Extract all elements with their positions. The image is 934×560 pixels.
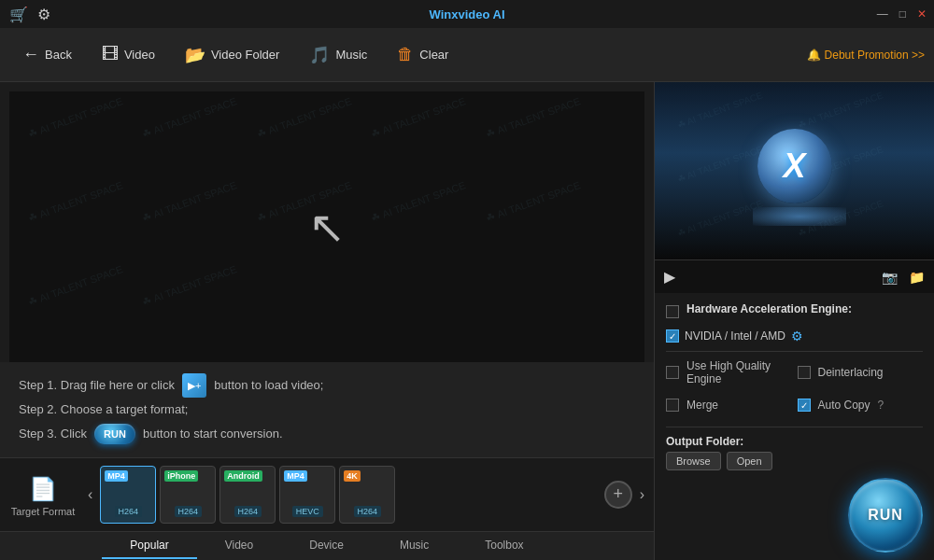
- video-controls: ▶ 📷 📁: [655, 259, 934, 293]
- deinterlacing-row: Deinterlacing: [798, 359, 924, 385]
- auto-copy-checkbox[interactable]: [798, 399, 811, 412]
- hw-accel-label: Hardware Acceleration Engine:: [686, 302, 852, 315]
- format-sublabel-h264-3: H264: [234, 506, 262, 517]
- nvidia-label: NVIDIA / Intel / AMD: [685, 329, 785, 343]
- format-item-iphone[interactable]: iPhone H264: [160, 466, 216, 524]
- video-button[interactable]: 🎞 Video: [89, 39, 168, 70]
- bell-icon: 🔔: [807, 49, 821, 62]
- close-button[interactable]: ✕: [917, 7, 927, 21]
- high-quality-label: Use High Quality Engine: [686, 359, 792, 385]
- back-icon: ←: [22, 45, 39, 64]
- video-icon: 🎞: [102, 45, 119, 64]
- tab-music[interactable]: Music: [372, 533, 457, 559]
- high-quality-checkbox[interactable]: [666, 366, 679, 379]
- options-two-col: Use High Quality Engine Deinterlacing Me…: [666, 359, 923, 419]
- open-button[interactable]: Open: [727, 452, 772, 470]
- hw-accel-checkbox[interactable]: [666, 305, 679, 318]
- settings-icon[interactable]: ⚙: [37, 6, 50, 23]
- format-tabs: Popular Video Device Music Toolbox: [0, 531, 654, 560]
- format-badge-mp4-2: MP4: [284, 470, 307, 482]
- nvidia-row: NVIDIA / Intel / AMD ⚙: [666, 329, 923, 343]
- clear-icon: 🗑: [397, 45, 414, 64]
- deinterlacing-label: Deinterlacing: [818, 366, 884, 379]
- toolbar: ← Back 🎞 Video 📂 Video Folder 🎵 Music 🗑 …: [0, 28, 934, 82]
- high-quality-row: Use High Quality Engine: [666, 359, 792, 385]
- step1-row: Step 1. Drag file here or click ▶+ butto…: [19, 373, 635, 398]
- format-sublabel-h264-2: H264: [175, 506, 203, 517]
- merge-label: Merge: [686, 399, 718, 412]
- open-folder-icon[interactable]: 📁: [909, 270, 925, 285]
- step3-row: Step 3. Click RUN button to start conver…: [19, 422, 635, 446]
- deinterlacing-checkbox[interactable]: [798, 366, 811, 379]
- folder-btn-row: Browse Open: [666, 452, 923, 470]
- merge-row: Merge: [666, 399, 792, 412]
- format-sublabel-h264-4: H264: [354, 506, 382, 517]
- format-bar: 📄 Target Format ‹ MP4 H264 iPhone H264 A…: [0, 457, 654, 531]
- app-logo: X: [753, 129, 837, 213]
- format-item-android[interactable]: Android H264: [219, 466, 276, 524]
- divider-1: [666, 351, 923, 352]
- back-button[interactable]: ← Back: [9, 39, 85, 70]
- load-video-icon[interactable]: ▶+: [182, 373, 206, 398]
- music-icon: 🎵: [309, 45, 330, 65]
- app-title: Winxvideo AI: [429, 7, 504, 21]
- format-item-mp4-hevc[interactable]: MP4 HEVC: [279, 466, 335, 524]
- right-panel: ☘ AI TALENT SPACE ☘ AI TALENT SPACE ☘ AI…: [654, 82, 934, 560]
- auto-copy-help-icon[interactable]: ?: [878, 399, 884, 412]
- cart-icon[interactable]: 🛒: [9, 6, 28, 23]
- format-items: MP4 H264 iPhone H264 Android H264 MP4 HE…: [100, 466, 600, 524]
- hw-accel-row: Hardware Acceleration Engine:: [666, 302, 923, 321]
- music-button[interactable]: 🎵 Music: [296, 39, 380, 71]
- tab-video[interactable]: Video: [197, 533, 281, 559]
- cursor-icon: ↖: [308, 201, 346, 253]
- gear-icon[interactable]: ⚙: [791, 329, 803, 343]
- doc-icon: 📄: [29, 476, 57, 502]
- tab-popular[interactable]: Popular: [102, 533, 196, 559]
- browse-button[interactable]: Browse: [666, 452, 721, 470]
- merge-checkbox[interactable]: [666, 399, 679, 412]
- auto-copy-label: Auto Copy: [818, 399, 870, 412]
- format-badge-iphone: iPhone: [164, 470, 198, 482]
- video-preview[interactable]: ☘ AI TALENT SPACE ☘ AI TALENT SPACE ☘ AI…: [9, 91, 644, 362]
- format-sublabel-hevc: HEVC: [292, 506, 323, 517]
- step2-row: Step 2. Choose a target format;: [19, 398, 635, 422]
- video-folder-icon: 📂: [185, 45, 205, 65]
- run-button-area: RUN: [655, 470, 934, 560]
- format-sublabel-h264-1: H264: [115, 506, 143, 517]
- output-folder-label: Output Folder:: [666, 435, 923, 448]
- promo-link[interactable]: 🔔 Debut Promotion >>: [807, 49, 925, 62]
- options-panel: Hardware Acceleration Engine: NVIDIA / I…: [655, 293, 934, 470]
- main-area: ☘ AI TALENT SPACE ☘ AI TALENT SPACE ☘ AI…: [0, 82, 934, 560]
- divider-2: [666, 427, 923, 427]
- clear-button[interactable]: 🗑 Clear: [384, 39, 461, 70]
- snapshot-icon[interactable]: 📷: [882, 270, 898, 285]
- add-format-button[interactable]: +: [604, 481, 632, 509]
- run-inline-button[interactable]: RUN: [94, 424, 135, 444]
- auto-copy-row: Auto Copy ?: [798, 399, 924, 412]
- format-badge-mp4: MP4: [105, 470, 128, 482]
- nvidia-checkbox[interactable]: [666, 329, 679, 343]
- title-bar: 🛒 ⚙ Winxvideo AI — □ ✕: [0, 0, 934, 28]
- video-thumbnail: ☘ AI TALENT SPACE ☘ AI TALENT SPACE ☘ AI…: [655, 82, 934, 259]
- format-item-4k[interactable]: 4K H264: [339, 466, 395, 524]
- minimize-button[interactable]: —: [877, 7, 888, 21]
- left-panel: ☘ AI TALENT SPACE ☘ AI TALENT SPACE ☘ AI…: [0, 82, 654, 560]
- format-nav-right[interactable]: ›: [636, 483, 648, 507]
- play-button[interactable]: ▶: [664, 268, 675, 286]
- video-folder-button[interactable]: 📂 Video Folder: [172, 39, 292, 71]
- format-badge-android: Android: [224, 470, 262, 482]
- steps-area: Step 1. Drag file here or click ▶+ butto…: [0, 362, 654, 457]
- tab-toolbox[interactable]: Toolbox: [457, 533, 551, 559]
- format-badge-4k: 4K: [344, 470, 361, 482]
- maximize-button[interactable]: □: [899, 7, 906, 21]
- format-item-mp4-h264[interactable]: MP4 H264: [100, 466, 156, 524]
- target-format-label: 📄 Target Format: [6, 472, 80, 517]
- format-nav-left[interactable]: ‹: [84, 483, 96, 507]
- run-button[interactable]: RUN: [848, 478, 923, 553]
- tab-device[interactable]: Device: [281, 533, 372, 559]
